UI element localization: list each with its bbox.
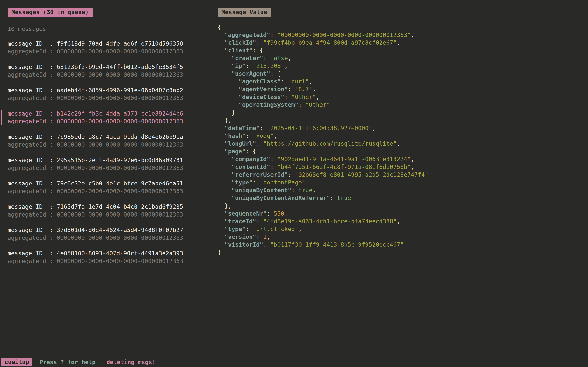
json-line: "client": { (217, 47, 432, 54)
json-line: "dateTime": "2025-04-11T16:00:38.927+000… (217, 124, 432, 132)
messages-panel: Messages (30 in queue) 10 messages messa… (8, 8, 183, 273)
json-line: "companyId": "902daed1-911a-4641-9a11-00… (217, 155, 432, 163)
json-line: }, (217, 117, 432, 124)
message-aggregate-line: aggregateId : 00000000-0000-0000-0000-00… (8, 71, 183, 79)
message-id-line: message ID : b142c29f-fb3c-4dda-a373-cc1… (8, 110, 183, 117)
message-id-line: message ID : aadeb44f-6859-4996-991e-06b… (8, 86, 183, 94)
json-line: "type": "contentPage", (217, 179, 432, 186)
json-line: } (217, 109, 432, 117)
json-line: "clickId": "f99cf4bb-b9ea-4f94-800d-a97c… (217, 39, 432, 47)
message-aggregate-line: aggregateId : 00000000-0000-0000-0000-00… (8, 234, 183, 242)
json-line: "aggregateId": "00000000-0000-0000-0000-… (217, 31, 432, 39)
json-line: { (217, 23, 432, 31)
message-list[interactable]: message ID : f9f618d9-70ad-4dfe-ae6f-e75… (8, 40, 183, 265)
json-line: "visitorId": "b0117f30-1ff9-4413-8b5c-9f… (217, 241, 432, 249)
help-hint: Press ? for help (39, 359, 95, 366)
message-aggregate-line: aggregateId : 00000000-0000-0000-0000-00… (8, 164, 183, 172)
message-id-line: message ID : 4e058100-8093-407d-90cf-d49… (8, 250, 183, 257)
json-line: "operatingSystem": "Other" (217, 101, 432, 109)
json-line: "type": "url.clicked", (217, 225, 432, 233)
json-line: "ip": "213.208", (217, 62, 432, 70)
json-line: "hash": "xodq", (217, 132, 432, 140)
message-list-item[interactable]: message ID : 79c6c32e-c5b0-4e1c-bfce-9c7… (8, 180, 183, 195)
json-line: "traceId": "4fd8e19d-a063-4cb1-bcce-bfa7… (217, 217, 432, 225)
message-id-line: message ID : 7c985ede-a8c7-4aca-91da-d8e… (8, 133, 183, 141)
message-list-item[interactable]: message ID : f9f618d9-70ad-4dfe-ae6f-e75… (8, 40, 183, 55)
message-list-item[interactable]: message ID : 37d501d4-d0e4-4624-a5d4-948… (8, 226, 183, 242)
json-line: "page": { (217, 148, 432, 155)
json-line: "referrerUserId": "02b63ef8-e801-4995-a2… (217, 171, 432, 179)
message-aggregate-line: aggregateId : 00000000-0000-0000-0000-00… (8, 187, 183, 195)
messages-panel-title: Messages (30 in queue) (8, 8, 93, 17)
status-message: deleting msgs! (106, 359, 156, 366)
message-id-line: message ID : 63123bf2-b9ed-44ff-b012-ade… (8, 63, 183, 71)
panel-divider (202, 0, 202, 350)
message-id-line: message ID : f9f618d9-70ad-4dfe-ae6f-e75… (8, 40, 183, 48)
message-id-line: message ID : 37d501d4-d0e4-4624-a5d4-948… (8, 226, 183, 234)
message-list-item[interactable]: message ID : b142c29f-fb3c-4dda-a373-cc1… (8, 110, 183, 125)
message-aggregate-line: aggregateId : 00000000-0000-0000-0000-00… (8, 257, 183, 265)
json-line: "version": 1, (217, 233, 432, 241)
message-value-title: Message Value (217, 8, 271, 17)
json-viewer[interactable]: { "aggregateId": "00000000-0000-0000-000… (217, 23, 432, 256)
message-id-line: message ID : 79c6c32e-c5b0-4e1c-bfce-9c7… (8, 180, 183, 187)
message-aggregate-line: aggregateId : 00000000-0000-0000-0000-00… (8, 117, 183, 125)
json-line: "crawler": false, (217, 54, 432, 62)
json-line: "uniqueByContentAndReferrer": true (217, 194, 432, 202)
app-name-badge: cueitup (1, 358, 32, 366)
status-bar: cueitup Press ? for help deleting msgs! (1, 358, 156, 366)
message-id-line: message ID : 295a515b-2ef1-4a39-97e6-bc0… (8, 156, 183, 164)
json-line: "agentClass": "curl", (217, 78, 432, 85)
message-list-item[interactable]: message ID : 7c985ede-a8c7-4aca-91da-d8e… (8, 133, 183, 149)
json-line: "contentId": "b44f7d51-662f-4c8f-971a-08… (217, 163, 432, 171)
message-id-line: message ID : 7165d7fa-1e7d-4c04-b4c0-2c1… (8, 203, 183, 211)
message-list-item[interactable]: message ID : 295a515b-2ef1-4a39-97e6-bc0… (8, 156, 183, 172)
message-aggregate-line: aggregateId : 00000000-0000-0000-0000-00… (8, 48, 183, 55)
message-value-panel: Message Value { "aggregateId": "00000000… (217, 8, 432, 256)
json-line: } (217, 249, 432, 256)
json-line: "sequenceNr": 530, (217, 210, 432, 217)
message-list-item[interactable]: message ID : 63123bf2-b9ed-44ff-b012-ade… (8, 63, 183, 79)
json-line: "agentVersion": "8.7", (217, 85, 432, 93)
message-aggregate-line: aggregateId : 00000000-0000-0000-0000-00… (8, 211, 183, 218)
message-list-item[interactable]: message ID : 7165d7fa-1e7d-4c04-b4c0-2c1… (8, 203, 183, 218)
json-line: "deviceClass": "Other", (217, 93, 432, 101)
message-aggregate-line: aggregateId : 00000000-0000-0000-0000-00… (8, 141, 183, 149)
json-line: }, (217, 202, 432, 210)
message-aggregate-line: aggregateId : 00000000-0000-0000-0000-00… (8, 94, 183, 102)
message-list-item[interactable]: message ID : 4e058100-8093-407d-90cf-d49… (8, 250, 183, 265)
json-line: "longUrl": "https://github.com/rusqlite/… (217, 140, 432, 148)
json-line: "userAgent": { (217, 70, 432, 78)
json-line: "uniqueByContent": true, (217, 186, 432, 194)
message-list-item[interactable]: message ID : aadeb44f-6859-4996-991e-06b… (8, 86, 183, 102)
message-count-label: 10 messages (8, 25, 183, 33)
